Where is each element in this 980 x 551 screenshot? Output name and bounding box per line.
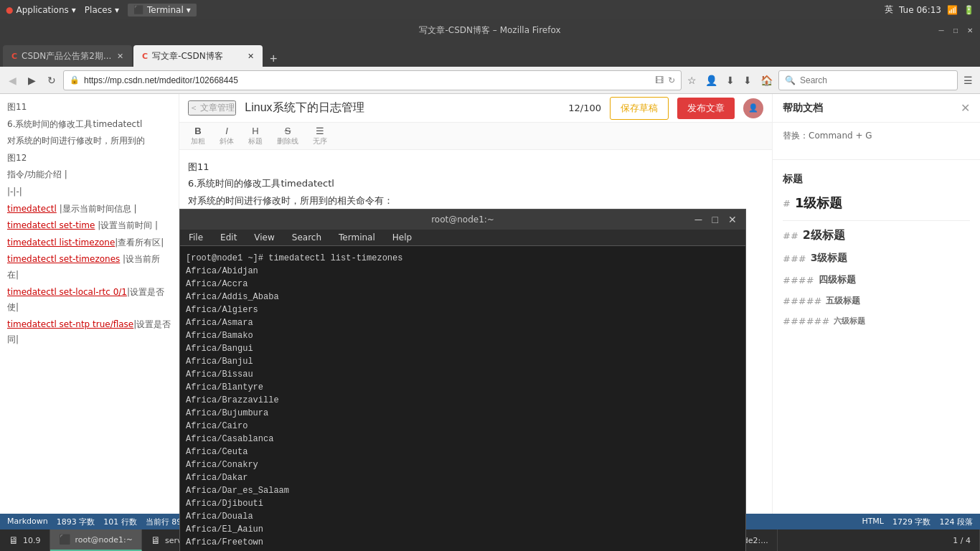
address-bar[interactable]: 🔒 🎞 ↻ [63,70,682,90]
terminal-maximize-button[interactable]: □ [710,214,721,225]
heading-icon: H [252,126,258,136]
close-button[interactable]: ✕ [966,26,974,34]
bold-button[interactable]: B 加粗 [185,123,211,149]
terminal-arrow: ▾ [187,5,191,15]
help-divider [773,159,980,160]
heading-button[interactable]: H 标题 [242,123,268,149]
content-tool-title: 6.系统时间的修改工具timedatectl [188,175,763,192]
strikethrough-label: 删除线 [277,136,298,146]
publish-button[interactable]: 发布文章 [677,98,735,119]
terminal-content[interactable]: [root@node1 ~]# timedatectl list-timezon… [180,246,745,551]
unordered-icon: ☰ [316,126,324,136]
status-right-segments: 124 段落 [940,517,974,527]
tab1-close-button[interactable]: ✕ [117,52,123,61]
taskbar-label-1: 10.9 [23,536,41,545]
back-button[interactable]: ◀ [4,72,21,89]
language-indicator[interactable]: 英 [885,4,893,16]
applications-menu[interactable]: ● Applications ▾ [6,5,76,15]
italic-icon: I [225,126,228,136]
sidebar-item-cmd6: timedatectl set-ntp true/flase|设置是否同| [7,317,171,348]
terminal-minimize-button[interactable]: ─ [692,214,705,225]
terminal-close-button[interactable]: ✕ [725,214,740,225]
address-reload-button[interactable]: ↻ [668,75,675,85]
search-bar[interactable]: 🔍 [778,70,958,90]
terminal-menu[interactable]: ⬛ Terminal ▾ [128,4,197,17]
terminal-menu-edit[interactable]: Edit [212,230,245,245]
taskbar-item-1[interactable]: 🖥 10.9 [0,529,50,551]
new-tab-button[interactable]: + [264,52,283,67]
heading-h2[interactable]: ## 2级标题 [783,228,970,243]
terminal-menu-view[interactable]: View [245,230,283,245]
reload-button[interactable]: ↻ [43,72,60,89]
hash-h1: # [783,198,791,209]
sidebar-item-fig12: 图12 [7,151,171,166]
article-title-input[interactable] [245,102,560,115]
tab1-favicon: C [11,52,17,61]
bold-icon: B [194,126,201,136]
bold-label: 加粗 [191,136,205,146]
help-panel: 帮助文档 ✕ 替换：Command + G 标题 # 1级标题 ## 2级标题 [772,94,980,514]
tab2-close-button[interactable]: ✕ [248,52,254,61]
heading-h1[interactable]: # 1级标题 [783,194,970,212]
back-to-articles-button[interactable]: ＜ 文章管理 [188,100,236,116]
tab-1[interactable]: C CSDN产品公告第2期... ✕ [3,45,132,67]
terminal-menu-terminal[interactable]: Terminal [330,230,384,245]
maximize-button[interactable]: □ [951,26,960,34]
sidebar-item-cmd-intro: 指令/功能介绍 | [7,167,171,183]
save-draft-button[interactable]: 保存草稿 [610,97,669,120]
editor-toolbar: B 加粗 I 斜体 H 标题 S 删除线 ☰ 无序 [179,123,772,150]
word-count-display: 12/100 [568,103,601,113]
download-button[interactable]: ⬇ [740,72,755,89]
sidebar-item-cmd2: timedatectl set-time |设置当前时间 | [7,218,171,234]
search-input[interactable] [800,75,951,85]
media-button[interactable]: 🎞 [655,75,664,85]
strikethrough-button[interactable]: S 删除线 [271,123,304,149]
applications-arrow: ▾ [72,5,76,15]
taskbar-item-page[interactable]: 1 / 4 [944,529,980,551]
tab2-favicon: C [142,52,148,61]
places-menu[interactable]: Places ▾ [85,5,119,15]
taskbar-icon-2: ⬛ [59,534,71,545]
terminal-menu-file[interactable]: File [180,230,212,245]
taskbar-icon-3: 🖥 [151,534,161,546]
terminal-menu-search[interactable]: Search [283,230,330,245]
help-panel-close-button[interactable]: ✕ [961,101,970,115]
home-button[interactable]: 🏠 [758,72,776,89]
tab-2[interactable]: C 写文章-CSDN博客 ✕ [133,45,263,67]
tab1-label: CSDN产品公告第2期... [22,50,111,62]
status-words: 1893 字数 [57,517,95,527]
nav-icon-group: ☆ 👤 ⬇ ⬇ 🏠 [684,72,776,89]
unordered-list-button[interactable]: ☰ 无序 [307,123,333,149]
tabs-bar: C CSDN产品公告第2期... ✕ C 写文章-CSDN博客 ✕ + [0,41,980,67]
article-header: ＜ 文章管理 12/100 保存草稿 发布文章 👤 [179,94,772,123]
forward-button[interactable]: ▶ [24,72,40,89]
status-format: Markdown [7,517,48,527]
terminal-overlay: root@node1:~ ─ □ ✕ File Edit View Search… [179,209,746,551]
browser-content: 图11 6.系统时间的修改工具timedatectl 对系统的时间进行修改时，所… [0,94,980,514]
heading-label: 标题 [248,136,263,146]
sidebar-item-divider: |-|-| [7,184,171,200]
heading-h6[interactable]: ###### 六级标题 [783,316,970,326]
italic-button[interactable]: I 斜体 [214,123,240,149]
reader-mode-button[interactable]: 👤 [702,72,720,89]
menu-button[interactable]: ☰ [961,72,976,89]
system-bar-left: ● Applications ▾ Places ▾ ⬛ Terminal ▾ [6,4,197,17]
terminal-icon: ⬛ [133,5,144,15]
terminal-label: Terminal [147,5,184,15]
heading-h5[interactable]: ##### 五级标题 [783,295,970,307]
terminal-menu-help[interactable]: Help [384,230,420,245]
hash-h4: #### [783,275,814,286]
sidebar-item-cmd4: timedatectl set-timezones |设当前所在| [7,252,171,283]
heading-h4[interactable]: #### 四级标题 [783,273,970,286]
taskbar-item-2[interactable]: ⬛ root@node1:~ [50,529,142,551]
heading-h6-label: 六级标题 [834,316,865,326]
status-lines: 101 行数 [103,517,137,527]
pocket-button[interactable]: ⬇ [723,72,738,89]
heading-h3[interactable]: ### 3级标题 [783,252,970,265]
heading-h2-label: 2级标题 [803,228,845,243]
status-right-words: 1729 字数 [892,517,931,527]
address-input[interactable] [84,75,651,85]
user-avatar[interactable]: 👤 [743,98,763,118]
bookmark-star-button[interactable]: ☆ [684,72,699,89]
minimize-button[interactable]: ─ [937,26,946,34]
